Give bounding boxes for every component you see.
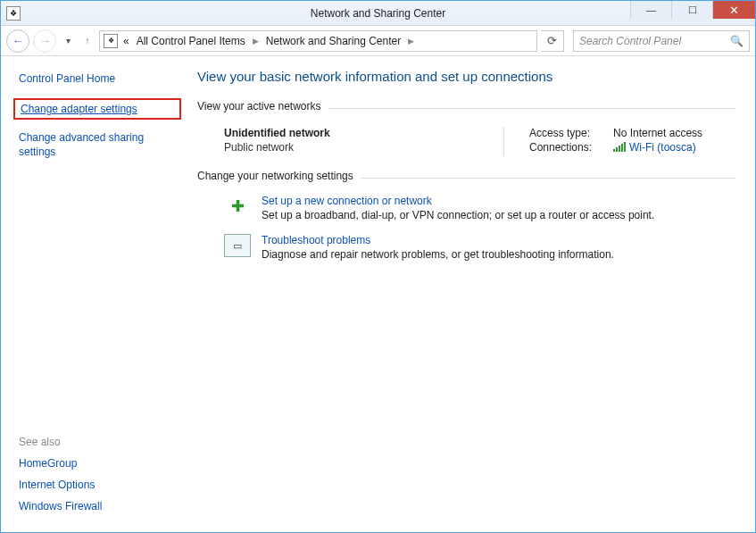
networking-options: ✚ Set up a new connection or network Set… [197, 195, 735, 261]
divider [361, 178, 735, 179]
active-network-row: Unidentified network Public network Acce… [197, 125, 735, 170]
see-also-windows-firewall[interactable]: Windows Firewall [19, 500, 176, 512]
refresh-button[interactable]: ⟳ [541, 30, 564, 52]
maximize-button[interactable]: ☐ [671, 1, 712, 19]
network-type: Public network [224, 141, 330, 154]
address-bar[interactable]: ❖ « All Control Panel Items ▶ Network an… [99, 30, 537, 52]
titlebar: ❖ Network and Sharing Center — ☐ ✕ [1, 1, 755, 26]
minimize-button[interactable]: — [630, 1, 671, 19]
change-adapter-settings-link[interactable]: Change adapter settings [21, 103, 137, 115]
change-settings-header-row: Change your networking settings [197, 170, 735, 186]
access-type-label: Access type: [529, 127, 606, 139]
wifi-signal-icon [613, 142, 626, 152]
up-button[interactable]: ↑ [79, 31, 96, 51]
access-type-value: No Internet access [613, 127, 702, 139]
search-input[interactable]: Search Control Panel 🔍 [573, 30, 750, 52]
option-setup-connection: ✚ Set up a new connection or network Set… [224, 195, 735, 221]
forward-button[interactable]: → [33, 29, 56, 53]
content: Control Panel Home Change adapter settin… [1, 56, 755, 532]
see-also-section: See also HomeGroup Internet Options Wind… [19, 436, 176, 521]
sidebar: Control Panel Home Change adapter settin… [1, 56, 188, 532]
chevron-right-icon: ▶ [251, 37, 261, 46]
main-panel: View your basic network information and … [188, 56, 755, 532]
toolbar: ← → ▾ ↑ ❖ « All Control Panel Items ▶ Ne… [1, 26, 755, 56]
highlighted-link-box: Change adapter settings [13, 98, 181, 120]
breadcrumb-current[interactable]: Network and Sharing Center [264, 34, 403, 48]
troubleshoot-link[interactable]: Troubleshoot problems [262, 234, 614, 246]
connection-name[interactable]: Wi-Fi (toosca) [629, 141, 696, 154]
network-details: Access type: No Internet access Connecti… [503, 127, 735, 155]
breadcrumb-all-items[interactable]: All Control Panel Items [135, 34, 247, 48]
search-icon: 🔍 [730, 35, 744, 47]
connection-link[interactable]: Wi-Fi (toosca) [613, 141, 696, 154]
page-heading: View your basic network information and … [197, 69, 735, 84]
window-controls: — ☐ ✕ [630, 1, 755, 19]
breadcrumb-root[interactable]: « [121, 34, 131, 48]
network-name: Unidentified network [224, 127, 330, 139]
back-button[interactable]: ← [6, 29, 29, 53]
window-title: Network and Sharing Center [311, 7, 445, 20]
app-icon: ❖ [6, 6, 21, 21]
control-panel-home-link[interactable]: Control Panel Home [19, 72, 176, 85]
network-icon: ❖ [104, 34, 118, 48]
connections-label: Connections: [529, 141, 606, 154]
search-placeholder: Search Control Panel [579, 35, 681, 47]
history-dropdown[interactable]: ▾ [60, 31, 76, 51]
setup-connection-desc: Set up a broadband, dial-up, or VPN conn… [262, 209, 654, 221]
change-advanced-sharing-link[interactable]: Change advanced sharing settings [19, 130, 176, 159]
divider [328, 108, 735, 109]
setup-connection-link[interactable]: Set up a new connection or network [262, 195, 654, 207]
see-also-header: See also [19, 436, 176, 448]
see-also-internet-options[interactable]: Internet Options [19, 479, 176, 491]
active-networks-label: View your active networks [197, 100, 321, 112]
option-troubleshoot: ▭ Troubleshoot problems Diagnose and rep… [224, 234, 735, 261]
change-settings-label: Change your networking settings [197, 170, 353, 182]
close-button[interactable]: ✕ [712, 1, 755, 19]
chevron-right-icon: ▶ [406, 37, 416, 46]
network-identity: Unidentified network Public network [224, 127, 330, 155]
troubleshoot-icon: ▭ [224, 234, 251, 257]
troubleshoot-desc: Diagnose and repair network problems, or… [262, 248, 614, 261]
setup-connection-icon: ✚ [224, 195, 251, 218]
active-networks-header-row: View your active networks [197, 100, 735, 116]
see-also-homegroup[interactable]: HomeGroup [19, 457, 176, 470]
